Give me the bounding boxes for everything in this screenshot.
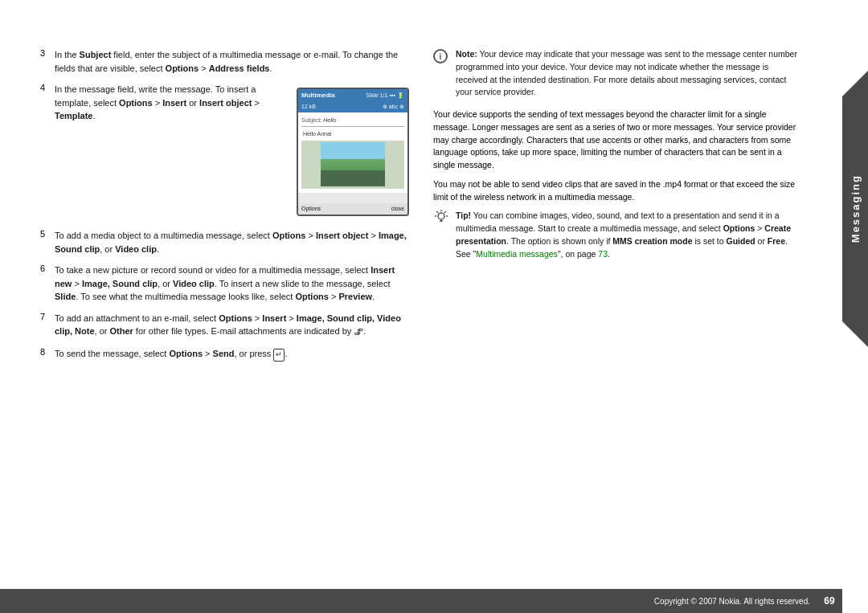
- step-8-content: To send the message, select Options > Se…: [55, 347, 409, 362]
- right-para-1: Your device supports the sending of text…: [433, 108, 802, 172]
- step-6-options: Options: [295, 292, 329, 301]
- svg-line-3: [444, 211, 446, 213]
- step-3-bold-subject: Subject: [80, 50, 112, 59]
- send-key-icon: ↵: [273, 349, 285, 362]
- phone-size: 12 kB: [301, 103, 316, 112]
- phone-subject-value: Hello: [323, 116, 336, 125]
- step-4-content: Multimedia Slide 1/1 ▪▪▪ 🔋 12 kB ⊕ abc ⊕: [55, 83, 409, 221]
- step-8-options: Options: [169, 349, 203, 358]
- tip-options: Options: [723, 223, 755, 233]
- step-4: 4 Multimedia Slide 1/1 ▪▪▪ 🔋: [40, 83, 409, 221]
- svg-point-0: [438, 213, 444, 219]
- note-icon: i: [433, 49, 448, 63]
- step-4-options: Options: [119, 98, 153, 108]
- step-5: 5 To add a media object to a multimedia …: [40, 229, 409, 255]
- phone-screen-container: Multimedia Slide 1/1 ▪▪▪ 🔋 12 kB ⊕ abc ⊕: [297, 88, 409, 216]
- note-label: Note:: [456, 49, 477, 59]
- step-6-content: To take a new picture or record sound or…: [55, 264, 409, 304]
- phone-subject-row: Subject: Hello: [301, 115, 404, 128]
- tip-icon-container: [433, 210, 449, 226]
- note-box: i Note: Your device may indicate that yo…: [433, 48, 802, 99]
- phone-slide-info: Slide 1/1: [366, 92, 387, 100]
- attachment-icon: 🖇: [354, 326, 363, 337]
- right-column: i Note: Your device may indicate that yo…: [433, 48, 802, 581]
- left-column: 3 In the Subject field, enter the subjec…: [40, 48, 409, 581]
- phone-image-area: [301, 141, 404, 189]
- step-6-preview: Preview: [339, 292, 373, 301]
- bottom-bar: Copyright © 2007 Nokia. All rights reser…: [0, 589, 842, 613]
- side-tab-top-triangle: [842, 71, 868, 96]
- step-3-bold-options: Options: [166, 63, 199, 73]
- page-number: 69: [824, 595, 834, 607]
- phone-title: Multimedia: [301, 91, 335, 100]
- step-3-content: In the Subject field, enter the subject …: [55, 48, 409, 75]
- step-4-insert: Insert: [162, 98, 186, 108]
- phone-subject-label: Subject:: [301, 116, 321, 125]
- step-5-video: Video clip: [115, 244, 157, 254]
- phone-header: Multimedia Slide 1/1 ▪▪▪ 🔋: [298, 89, 407, 102]
- tip-link-mms[interactable]: Multimedia messages: [476, 249, 558, 259]
- tip-box: Tip! You can combine images, video, soun…: [433, 210, 802, 260]
- svg-line-5: [436, 211, 438, 213]
- copyright-text: Copyright © 2007 Nokia. All rights reser…: [654, 597, 810, 606]
- tip-content: Tip! You can combine images, video, soun…: [456, 210, 802, 260]
- tip-label: Tip!: [456, 210, 471, 220]
- phone-options-btn: Options: [301, 205, 321, 214]
- tip-mms-mode: MMS creation mode: [612, 236, 692, 246]
- step-3-bold-address: Address fields: [209, 63, 270, 73]
- step-3-number: 3: [40, 48, 50, 75]
- phone-greeting: Hello Anna!: [301, 129, 404, 141]
- note-content: Note: Your device may indicate that your…: [456, 48, 802, 99]
- tip-free: Free: [768, 236, 785, 246]
- svg-rect-1: [440, 220, 443, 222]
- step-4-insert-obj: Insert object: [199, 98, 252, 108]
- tip-guided: Guided: [727, 236, 755, 246]
- phone-status: Slide 1/1 ▪▪▪ 🔋: [366, 92, 404, 100]
- phone-footer: Options close: [298, 203, 407, 215]
- phone-body: Subject: Hello Hello Anna!: [298, 112, 407, 193]
- step-7-other: Other: [109, 326, 133, 336]
- section-tab-label: Messaging: [850, 174, 862, 243]
- step-6-number: 6: [40, 264, 50, 304]
- step-7-options: Options: [219, 313, 252, 323]
- step-5-insert: Insert object: [316, 231, 368, 240]
- step-8-send: Send: [213, 349, 235, 358]
- right-para-2: You may not be able to send video clips …: [433, 178, 802, 204]
- side-tab-bottom-triangle: [842, 321, 868, 347]
- step-7-number: 7: [40, 312, 50, 340]
- step-4-template: Template: [55, 111, 92, 121]
- step-8: 8 To send the message, select Options > …: [40, 347, 409, 362]
- step-7: 7 To add an attachment to an e-mail, sel…: [40, 312, 409, 340]
- phone-battery: 🔋: [397, 92, 404, 100]
- step-7-content: To add an attachment to an e-mail, selec…: [55, 312, 409, 340]
- step-6-media: Image, Sound clip: [82, 279, 158, 288]
- phone-signal: ▪▪▪: [390, 92, 395, 100]
- step-7-insert: Insert: [262, 313, 286, 323]
- tip-icon: [433, 210, 449, 226]
- page-number-badge: 69: [817, 589, 842, 613]
- tip-link-page[interactable]: 73: [598, 249, 608, 259]
- phone-icons: ⊕ abc ⊕: [383, 103, 404, 112]
- content-area: 3 In the Subject field, enter the subjec…: [0, 0, 842, 613]
- phone-screen: Multimedia Slide 1/1 ▪▪▪ 🔋 12 kB ⊕ abc ⊕: [297, 88, 409, 216]
- step-5-content: To add a media object to a multimedia me…: [55, 229, 409, 255]
- step-6: 6 To take a new picture or record sound …: [40, 264, 409, 304]
- page: Messaging 3 In the Subject field, enter …: [0, 0, 868, 613]
- phone-close-btn: close: [391, 205, 404, 214]
- step-5-options: Options: [272, 231, 306, 240]
- section-tab: Messaging: [842, 96, 868, 321]
- step-4-number: 4: [40, 83, 50, 221]
- phone-photo-placeholder: [321, 142, 385, 186]
- step-6-slide: Slide: [55, 292, 76, 301]
- step-6-video: Video clip: [173, 279, 215, 288]
- step-5-number: 5: [40, 229, 50, 255]
- step-3: 3 In the Subject field, enter the subjec…: [40, 48, 409, 75]
- note-icon-container: i: [433, 49, 449, 65]
- phone-subheader: 12 kB ⊕ abc ⊕: [298, 102, 407, 112]
- step-8-number: 8: [40, 347, 50, 362]
